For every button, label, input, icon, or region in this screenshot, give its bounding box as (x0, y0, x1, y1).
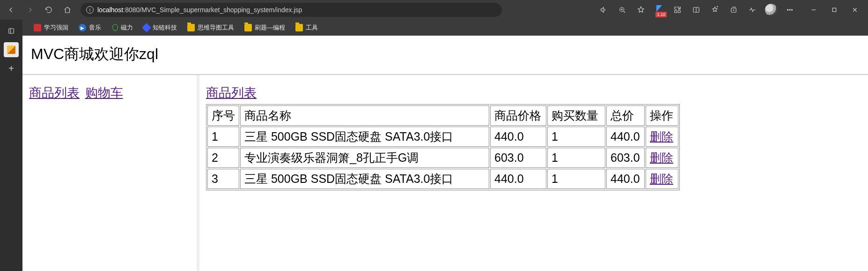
arrow-right-icon (26, 6, 34, 14)
new-tab-button[interactable]: + (4, 61, 19, 76)
tab-actions-button[interactable] (4, 23, 19, 38)
settings-more-button[interactable] (781, 1, 799, 18)
delete-link[interactable]: 删除 (650, 151, 673, 164)
close-icon (851, 6, 859, 14)
diamond-icon (142, 23, 151, 32)
cell-qty: 1 (547, 169, 605, 189)
bookmark-item[interactable]: 磁力 (109, 23, 136, 33)
cell-price: 440.0 (490, 127, 546, 147)
toolbar-right: 1.10 (595, 1, 865, 18)
bookmark-item[interactable]: 知链科技 (140, 23, 180, 33)
svg-point-3 (787, 9, 788, 10)
table-row: 2 专业演奏级乐器洞箫_8孔正手G调 603.0 1 603.0 删除 (207, 148, 678, 168)
delete-link[interactable]: 删除 (650, 172, 673, 185)
refresh-icon (44, 6, 53, 14)
col-seq: 序号 (207, 105, 239, 126)
heartbeat-icon (748, 6, 757, 14)
cell-name: 三星 500GB SSD固态硬盘 SATA3.0接口 (240, 169, 489, 189)
zoom-icon (618, 6, 626, 14)
page-content: MVC商城欢迎你zql 商品列表 购物车 商品列表 序号 商品名称 商品价格 购… (22, 36, 868, 271)
refresh-button[interactable] (40, 1, 57, 18)
delete-link[interactable]: 删除 (650, 130, 673, 143)
cart-link[interactable]: 购物车 (85, 86, 123, 100)
product-list-link[interactable]: 商品列表 (29, 86, 80, 100)
cell-seq: 3 (207, 169, 239, 189)
bookmark-icon (34, 24, 41, 31)
read-aloud-button[interactable] (595, 1, 612, 18)
split-screen-button[interactable] (687, 1, 705, 18)
bookmark-folder[interactable]: 思维导图工具 (184, 23, 237, 33)
browser-chrome: i localhost:8080/MVC_Simple_supermarket_… (0, 0, 868, 36)
home-button[interactable] (59, 1, 76, 18)
svg-point-5 (791, 9, 792, 10)
bookmark-label: 学习强国 (44, 23, 68, 32)
minimize-button[interactable] (803, 1, 824, 18)
cell-qty: 1 (547, 148, 605, 168)
star-icon (637, 6, 645, 14)
cell-name: 专业演奏级乐器洞箫_8孔正手G调 (240, 148, 489, 168)
cart-table: 序号 商品名称 商品价格 购买数量 总价 操作 1 三星 500GB SSD固态… (206, 104, 680, 190)
table-row: 1 三星 500GB SSD固态硬盘 SATA3.0接口 440.0 1 440… (207, 127, 678, 147)
maximize-icon (830, 6, 839, 14)
page-header: MVC商城欢迎你zql (22, 36, 868, 70)
bookmark-label: 磁力 (121, 23, 133, 32)
zoom-button[interactable] (613, 1, 631, 18)
bookmark-label: 工具 (306, 23, 318, 32)
cell-action: 删除 (646, 127, 678, 147)
frameset: 商品列表 购物车 商品列表 序号 商品名称 商品价格 购买数量 总价 操作 (22, 75, 868, 271)
cell-total: 440.0 (606, 127, 645, 147)
cell-name: 三星 500GB SSD固态硬盘 SATA3.0接口 (240, 127, 489, 147)
extensions-button[interactable] (669, 1, 686, 18)
collections-button[interactable] (725, 1, 743, 18)
bookmark-label: 音乐 (89, 23, 101, 32)
bookmark-label: 刷题—编程 (255, 23, 285, 32)
more-icon (786, 6, 794, 14)
cell-total: 440.0 (606, 169, 645, 189)
bookmark-item[interactable]: 学习强国 (31, 23, 71, 33)
url-host: localhost (97, 6, 123, 14)
back-button[interactable] (3, 1, 20, 18)
col-qty: 购买数量 (547, 105, 605, 126)
read-aloud-icon (599, 6, 608, 14)
bookmark-item[interactable]: ▶音乐 (76, 23, 104, 33)
close-window-button[interactable] (845, 1, 865, 18)
svg-rect-7 (9, 29, 14, 34)
bookmark-folder[interactable]: 刷题—编程 (242, 23, 288, 33)
performance-button[interactable]: 1.10 (651, 1, 668, 18)
cell-seq: 1 (207, 127, 239, 147)
shield-icon (111, 24, 118, 31)
right-heading-link[interactable]: 商品列表 (206, 84, 257, 101)
performance-badge: 1.10 (655, 12, 667, 17)
favicon (7, 45, 15, 54)
folder-icon (187, 24, 195, 31)
forward-button[interactable] (22, 1, 38, 18)
bookmark-label: 思维导图工具 (198, 23, 234, 32)
minimize-icon (809, 6, 818, 14)
bookmarks-bar: 学习强国 ▶音乐 磁力 知链科技 思维导图工具 刷题—编程 工具 (0, 20, 868, 36)
cell-price: 440.0 (490, 169, 546, 189)
cell-price: 603.0 (490, 148, 546, 168)
cell-qty: 1 (547, 127, 605, 147)
maximize-button[interactable] (824, 1, 845, 18)
sidebar-icon (692, 6, 700, 14)
right-frame: 商品列表 序号 商品名称 商品价格 购买数量 总价 操作 1 三星 500 (199, 75, 868, 271)
favorite-button[interactable] (632, 1, 650, 18)
panel-icon (7, 27, 15, 35)
bookmark-folder[interactable]: 工具 (293, 23, 321, 33)
cell-action: 删除 (646, 169, 678, 189)
col-total: 总价 (606, 105, 645, 126)
address-bar[interactable]: i localhost:8080/MVC_Simple_supermarket_… (81, 3, 502, 17)
url-path: /MVC_Simple_supermarket_shopping_system/… (140, 6, 302, 14)
home-icon (63, 6, 72, 14)
bookmark-label: 知链科技 (153, 23, 177, 32)
favorites-button[interactable] (706, 1, 724, 18)
profile-avatar[interactable] (765, 4, 777, 16)
browser-essentials-button[interactable] (743, 1, 761, 18)
cell-action: 删除 (646, 148, 678, 168)
puzzle-icon (673, 6, 682, 14)
current-tab[interactable] (4, 42, 19, 57)
page-title: MVC商城欢迎你zql (31, 44, 860, 65)
collections-icon (729, 6, 738, 14)
col-name: 商品名称 (240, 105, 489, 126)
site-info-icon[interactable]: i (86, 6, 94, 14)
